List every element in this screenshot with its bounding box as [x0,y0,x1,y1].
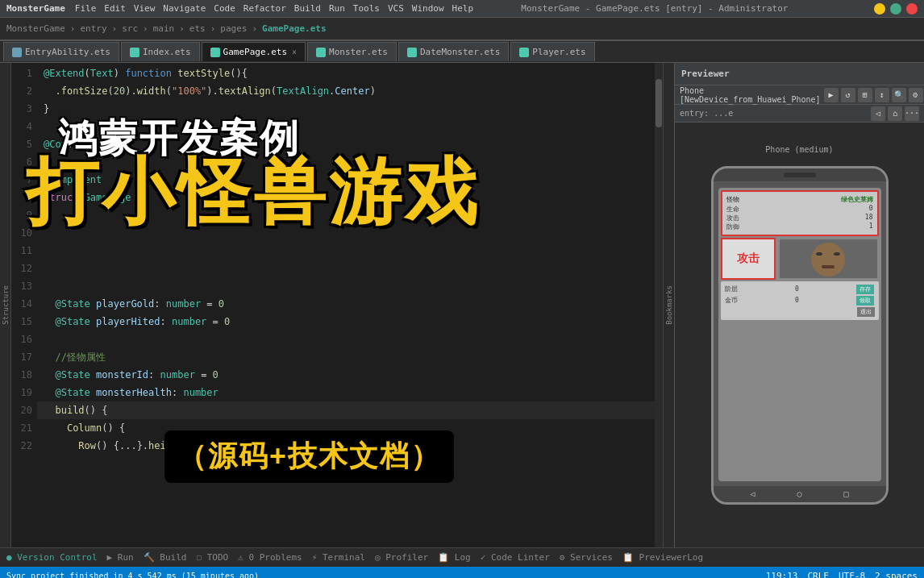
code-line-15: @State playerHited: number = 0 [37,313,663,331]
tab-gamepage[interactable]: GamePage.ets × [202,42,306,61]
menu-vcs[interactable]: VCS [388,3,404,14]
code-line-19: @State monsterHealth: number [37,384,663,401]
menu-window[interactable]: Window [412,3,444,14]
device-selector-bar: Phone [NewDevice_from_Huawei_Phone] ▶ ↺ … [675,85,924,105]
menu-tools[interactable]: Tools [353,3,380,14]
attack-label: 攻击 [726,214,739,222]
tab-monster[interactable]: Monster.ets [307,42,397,61]
build-tab[interactable]: 🔨 Build [144,552,187,563]
file-icon-2 [130,48,139,57]
menu-code[interactable]: Code [214,3,235,14]
code-line-21: Column() { [37,419,663,437]
back-button[interactable]: ◁ [871,106,885,121]
code-line-6: @ [37,153,663,171]
code-line-3: } [37,100,663,118]
close-button[interactable] [906,3,918,15]
menu-file[interactable]: File [75,3,97,14]
phone-frame: 怪物 绿色史莱姆 生命 0 攻击 18 防御 1 [711,166,889,505]
menu-refactor[interactable]: Refactor [243,3,286,14]
tab-close-3[interactable]: × [292,48,297,56]
menu-edit[interactable]: Edit [104,3,126,14]
tab-entryability[interactable]: EntryAbility.ets [3,42,119,61]
codelinter-tab[interactable]: ✓ Code Linter [481,552,550,563]
encoding: UTF-8 [839,571,865,579]
floor-label: 阶层 [725,285,738,293]
todo-tab[interactable]: ☐ TODO [196,552,228,563]
run-device-button[interactable]: ▶ [824,88,839,102]
game-middle-section: 攻击 [721,238,879,280]
maximize-button[interactable] [890,3,901,15]
terminal-tab[interactable]: ⚡ Terminal [312,552,365,563]
code-line-16 [37,331,663,348]
phone-camera [784,173,816,177]
phone-back-btn[interactable]: ◁ [750,489,755,498]
more-button[interactable]: ··· [905,106,919,121]
separator5: › [210,23,216,34]
refresh-button[interactable]: ↺ [841,88,855,102]
code-line-2: .fontSize(20).width("100%").textAlign(Te… [37,82,663,100]
save-button[interactable]: 存存 [856,285,874,294]
sync-message: Sync project finished in 4 s 542 ms (15 … [6,572,259,579]
bookmarks-label: Bookmarks [665,285,673,325]
zoom-button[interactable]: 🔍 [892,88,906,102]
minimize-button[interactable] [874,3,885,15]
status-bar: ● Version Control ▶ Run 🔨 Build ☐ TODO ⚠… [0,547,924,567]
device-toolbar: ▶ ↺ ⊞ ↕ 🔍 ⚙ [824,88,923,102]
code-line-9 [37,206,663,224]
game-bottom-section: 阶层 0 存存 金币 0 领取 退出 [721,281,879,320]
defense-value: 1 [869,222,873,231]
tab-datemonster[interactable]: DateMonster.ets [398,42,509,61]
menu-view[interactable]: View [134,3,156,14]
phone-home-btn[interactable]: ○ [797,489,801,498]
monster-col-label: 怪物 [726,195,739,204]
log-tab[interactable]: 📋 Log [438,552,471,563]
take-button[interactable]: 领取 [856,296,874,306]
version-control-tab[interactable]: ● Version Control [6,552,98,563]
menu-run[interactable]: Run [329,3,345,14]
tab-label-5: DateMonster.ets [420,47,500,57]
home-button[interactable]: ⌂ [888,106,902,121]
code-line-18: @State monsterId: number = 0 [37,366,663,384]
code-line-1: @Extend(Text) function textStyle(){ [37,64,663,82]
code-editor[interactable]: 12345 678910 1112131415 1617181920 2122 … [11,63,663,547]
code-line-20: build() { [37,401,663,419]
attack-row: 攻击 18 [726,214,873,222]
profiler-tab[interactable]: ◎ Profiler [375,552,428,563]
previewerlog-tab[interactable]: 📋 PreviewerLog [622,552,703,563]
vertical-scrollbar[interactable] [655,63,663,547]
code-line-10 [37,224,663,242]
separator2: › [112,23,118,34]
menu-build[interactable]: Build [294,3,321,14]
tab-index[interactable]: Index.ets [121,42,200,61]
run-tab[interactable]: ▶ Run [107,552,134,563]
file-tab-bar: EntryAbility.ets Index.ets GamePage.ets … [0,40,924,63]
bottom-info: 119:13 CRLF UTF-8 2 spaces [766,571,918,579]
tab-player[interactable]: Player.ets [510,42,594,61]
game-top-section: 怪物 绿色史莱姆 生命 0 攻击 18 防御 1 [721,190,879,236]
health-label: 生命 [726,205,739,214]
gold-value: 0 [795,297,799,304]
phone-notch [714,168,886,181]
src-label: src [119,23,141,34]
menu-navigate[interactable]: Navigate [163,3,206,14]
phone-recents-btn[interactable]: □ [843,489,848,498]
separator4: › [179,23,185,34]
menu-help[interactable]: Help [452,3,474,14]
grid-button[interactable]: ⊞ [858,88,872,102]
file-icon-4 [316,48,326,57]
menu-bar[interactable]: File Edit View Navigate Code Refactor Bu… [75,3,473,14]
preview-controls: ◁ ⌂ ··· [871,106,919,121]
ets-label: ets [186,23,209,34]
window-controls [874,3,918,15]
settings-button[interactable]: ⚙ [909,88,923,102]
services-tab[interactable]: ⚙ Services [560,552,613,563]
rotate-button[interactable]: ↕ [875,88,889,102]
scroll-thumb[interactable] [656,79,662,127]
crlf: CRLF [807,571,829,579]
app-name: MonsterGame [6,3,65,14]
tab-label-6: Player.ets [532,47,585,57]
attack-button[interactable]: 攻击 [721,238,776,280]
problems-tab[interactable]: ⚠ 0 Problems [238,552,302,563]
phone-device-label: Phone [NewDevice_from_Huawei_Phone] [680,86,821,104]
exit-button[interactable]: 退出 [857,307,875,317]
